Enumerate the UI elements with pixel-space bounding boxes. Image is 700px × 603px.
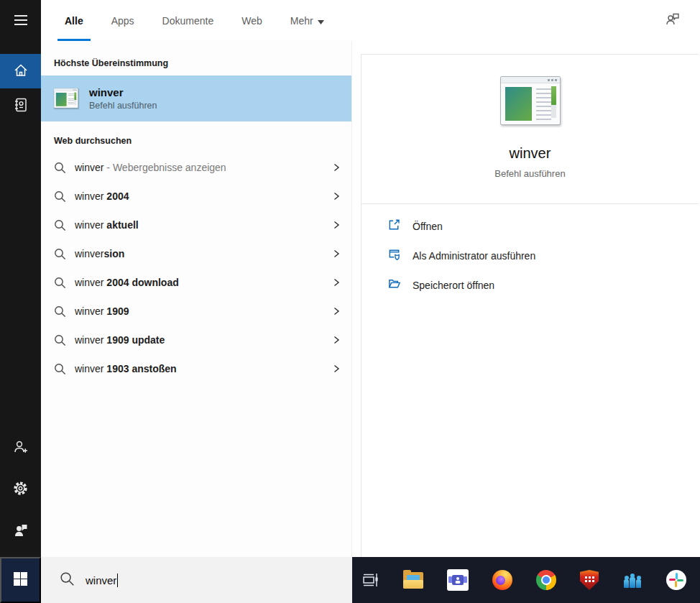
- tab-web[interactable]: Web: [240, 0, 264, 41]
- menu-button[interactable]: [0, 4, 41, 38]
- search-icon: [54, 363, 67, 375]
- person-feedback-icon: [12, 522, 29, 541]
- collaboration-people-icon[interactable]: [622, 570, 643, 590]
- search-icon: [54, 219, 67, 231]
- search-icon: [54, 162, 67, 174]
- action-label: Als Administrator ausführen: [413, 250, 535, 262]
- search-suggestion[interactable]: winver 2004 download: [41, 268, 351, 297]
- search-icon: [54, 305, 67, 318]
- chrome-icon[interactable]: [536, 570, 556, 590]
- open-icon: [387, 218, 401, 234]
- chevron-right-icon[interactable]: [331, 249, 341, 259]
- tab-label: Web: [241, 15, 262, 27]
- chevron-right-icon[interactable]: [331, 162, 341, 172]
- account-button[interactable]: [0, 431, 41, 465]
- tab-label: Mehr: [290, 15, 313, 27]
- suggestion-text: winversion: [75, 248, 124, 259]
- suggestion-text: winver 1909: [75, 305, 129, 317]
- chevron-right-icon[interactable]: [331, 277, 341, 287]
- results-panel: Höchste Übereinstimmung winver Befehl au…: [41, 41, 352, 557]
- best-match-texts: winver Befehl ausführen: [89, 86, 157, 111]
- text-caret: [117, 574, 118, 587]
- search-icon: [54, 277, 67, 289]
- settings-button[interactable]: [0, 472, 41, 507]
- winver-app-icon-large: [500, 76, 561, 125]
- tab-label: Dokumente: [162, 15, 214, 27]
- preview-pane: winver Befehl ausführen Öffnen: [352, 41, 700, 557]
- notebook-button[interactable]: [0, 88, 41, 123]
- chevron-right-icon[interactable]: [331, 335, 341, 345]
- chevron-right-icon[interactable]: [331, 220, 341, 230]
- preview-card: winver Befehl ausführen Öffnen: [361, 54, 699, 557]
- windows-search-flyout: Alle Apps Dokumente Web Mehr Höchste Übe…: [0, 0, 700, 603]
- web-search-header: Web durchsuchen: [41, 121, 351, 153]
- open-folder-icon: [387, 277, 401, 293]
- search-sidebar: [0, 0, 41, 557]
- teams-icon[interactable]: [447, 569, 469, 591]
- action-open[interactable]: Öffnen: [387, 211, 699, 241]
- search-input-value[interactable]: winver: [86, 574, 116, 586]
- search-suggestion[interactable]: winver aktuell: [41, 211, 351, 239]
- home-icon: [12, 62, 29, 81]
- sidebar-bottom-group: [0, 431, 41, 548]
- search-suggestion[interactable]: winver 2004: [41, 182, 351, 211]
- search-icon: [60, 571, 75, 589]
- start-button[interactable]: [0, 557, 41, 603]
- search-suggestion[interactable]: winversion: [41, 239, 351, 268]
- home-button[interactable]: [0, 54, 41, 88]
- suggestion-text: winver aktuell: [75, 219, 139, 231]
- gear-icon: [12, 480, 29, 499]
- best-match-subtitle: Befehl ausführen: [89, 101, 157, 111]
- suggestion-text: winver 1909 update: [75, 334, 165, 346]
- tab-apps[interactable]: Apps: [110, 0, 136, 41]
- search-suggestion[interactable]: winver 1909: [41, 297, 351, 326]
- preview-subtitle: Befehl ausführen: [494, 168, 565, 179]
- best-match-title: winver: [89, 86, 157, 98]
- search-icon: [54, 248, 67, 260]
- tab-mehr[interactable]: Mehr: [289, 0, 326, 41]
- user-feedback-icon[interactable]: [664, 11, 681, 31]
- action-run-as-admin[interactable]: Als Administrator ausführen: [387, 241, 699, 270]
- preview-title: winver: [510, 145, 551, 162]
- search-suggestion[interactable]: winver 1903 anstoßen: [41, 354, 351, 383]
- search-suggestion[interactable]: winver 1909 update: [41, 326, 351, 354]
- best-match-result[interactable]: winver Befehl ausführen: [41, 75, 351, 121]
- tab-label: Alle: [65, 15, 83, 27]
- windows-logo-icon: [14, 572, 27, 588]
- firefox-icon[interactable]: [492, 570, 512, 590]
- feedback-button[interactable]: [0, 514, 41, 548]
- suggestion-text: winver 2004 download: [75, 277, 179, 288]
- action-label: Öffnen: [413, 221, 443, 232]
- search-icon: [54, 190, 67, 203]
- winver-app-icon-small: [54, 88, 78, 109]
- suggestion-text: winver 1903 anstoßen: [75, 363, 177, 374]
- suggestion-text: winver 2004: [75, 190, 129, 202]
- person-add-icon: [12, 438, 29, 458]
- tab-label: Apps: [111, 15, 134, 27]
- security-shield-icon[interactable]: [580, 570, 599, 590]
- slack-icon[interactable]: [666, 570, 686, 590]
- search-suggestion[interactable]: winver - Webergebnisse anzeigen: [41, 153, 351, 182]
- action-label: Speicherort öffnen: [413, 280, 494, 291]
- suggestion-text: winver - Webergebnisse anzeigen: [75, 162, 226, 173]
- chevron-down-icon: [318, 15, 324, 27]
- search-icon: [54, 334, 67, 346]
- admin-shield-icon: [387, 247, 401, 264]
- tab-dokumente[interactable]: Dokumente: [161, 0, 216, 41]
- file-explorer-icon[interactable]: [403, 572, 423, 589]
- topbar-right: [664, 0, 700, 41]
- search-tab-bar: Alle Apps Dokumente Web Mehr: [41, 0, 700, 41]
- task-view-icon[interactable]: [361, 571, 379, 589]
- chevron-right-icon[interactable]: [331, 364, 341, 374]
- chevron-right-icon[interactable]: [331, 306, 341, 316]
- action-open-file-location[interactable]: Speicherort öffnen: [387, 270, 699, 300]
- chevron-right-icon[interactable]: [331, 191, 341, 201]
- best-match-header: Höchste Übereinstimmung: [41, 41, 351, 75]
- notebook-icon: [12, 96, 29, 116]
- preview-actions: Öffnen Als Administrator ausführen: [361, 204, 699, 300]
- tab-alle[interactable]: Alle: [63, 0, 85, 41]
- hamburger-icon: [14, 14, 28, 28]
- tabs: Alle Apps Dokumente Web Mehr: [63, 0, 326, 41]
- taskbar: [352, 557, 700, 603]
- taskbar-search-box[interactable]: winver: [41, 557, 352, 603]
